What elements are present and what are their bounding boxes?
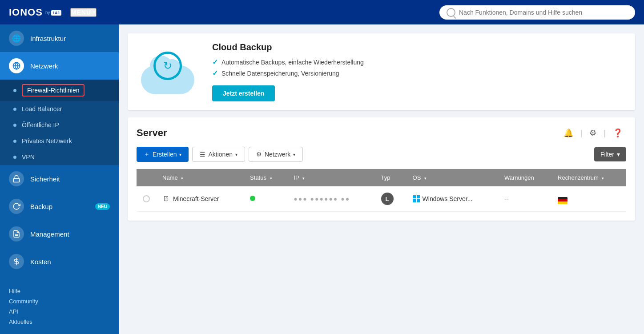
backup-badge: NEU xyxy=(95,203,110,210)
footer-link-community[interactable]: Community xyxy=(9,298,110,305)
sidebar-item-backup[interactable]: Backup NEU xyxy=(0,193,119,220)
backup-create-button[interactable]: Jetzt erstellen xyxy=(212,85,275,101)
help-button[interactable]: ❓ xyxy=(609,126,626,140)
network-submenu: Firewall-Richtlinien Load Balancer Öffen… xyxy=(0,80,119,165)
sort-icon: ▾ xyxy=(602,176,604,181)
dot-icon xyxy=(13,140,16,143)
type-badge: L xyxy=(381,193,394,205)
logo-by: by 1&1 xyxy=(45,10,61,15)
sidebar-item-oeffentlicheip[interactable]: Öffentliche IP xyxy=(0,117,119,133)
dropdown-arrow-icon: ▾ xyxy=(293,152,295,157)
sidebar-item-infrastruktur[interactable]: 🌐 Infrastruktur xyxy=(0,24,119,52)
server-name-cell: 🖥 Minecraft-Server xyxy=(162,195,237,203)
sidebar-item-loadbalancer[interactable]: Load Balancer xyxy=(0,101,119,117)
footer-link-aktuelles[interactable]: Aktuelles xyxy=(9,318,110,325)
dot-icon xyxy=(13,156,16,159)
sidebar-item-management[interactable]: Management xyxy=(0,220,119,248)
ip-address-masked: ●●● ●●●●●● ●● xyxy=(294,195,350,202)
table-cell-status xyxy=(244,186,287,212)
backup-feature-2: ✓ Schnelle Datenspeicherung, Versionieru… xyxy=(212,69,622,77)
table-col-select xyxy=(137,169,156,186)
firewall-label-box: Firewall-Richtlinien xyxy=(22,84,85,97)
toolbar: ＋ Erstellen ▾ ☰ Aktionen ▾ ⚙ Netzwerk ▾ … xyxy=(137,147,626,162)
netzwerk-button[interactable]: ⚙ Netzwerk ▾ xyxy=(249,147,303,162)
dropdown-arrow-icon: ▾ xyxy=(179,152,181,157)
server-section: Server 🔔 | ⚙ | ❓ ＋ Erstellen ▾ ☰ Aktion xyxy=(128,117,635,221)
sidebar-item-label: Infrastruktur xyxy=(30,35,66,42)
win-pane-3 xyxy=(413,199,416,202)
svg-rect-2 xyxy=(13,178,20,182)
filter-button[interactable]: Filter ▾ xyxy=(594,147,626,161)
sort-icon: ▾ xyxy=(270,176,272,181)
win-pane-1 xyxy=(413,195,416,198)
header-actions: 🔔 | ⚙ | ❓ xyxy=(560,126,626,140)
table-row: 🖥 Minecraft-Server ●●● ●●●●●● ●● xyxy=(137,186,626,212)
os-info: Windows Server... xyxy=(413,195,492,202)
table-cell-ip: ●●● ●●●●●● ●● xyxy=(287,186,374,212)
dot-icon xyxy=(13,108,16,111)
sidebar-item-label: Kosten xyxy=(30,258,51,266)
plus-icon: ＋ xyxy=(144,150,150,158)
windows-icon xyxy=(413,195,420,202)
dropdown-arrow-icon: ▾ xyxy=(235,152,237,157)
search-icon xyxy=(447,8,455,17)
server-header-row: Server 🔔 | ⚙ | ❓ xyxy=(137,126,626,140)
menu-button[interactable]: MENÜ ▾ xyxy=(70,8,97,17)
table-col-os: OS ▾ xyxy=(407,169,498,186)
sidebar-item-vpn[interactable]: VPN xyxy=(0,149,119,165)
table-col-status: Status ▾ xyxy=(244,169,287,186)
sort-icon: ▾ xyxy=(181,176,183,181)
flag-de-icon xyxy=(558,197,568,204)
top-navigation: IONOS by 1&1 MENÜ ▾ xyxy=(0,0,644,24)
filter-icon: ▾ xyxy=(617,151,620,158)
table-cell-type: L xyxy=(375,186,407,212)
main-layout: 🌐 Infrastruktur Netzwerk Firewall-Richtl… xyxy=(0,24,644,334)
sidebar-item-privatesnetzwerk[interactable]: Privates Netzwerk xyxy=(0,133,119,149)
separator: | xyxy=(604,129,606,138)
dot-icon xyxy=(13,124,16,127)
notification-button[interactable]: 🔔 xyxy=(560,126,577,140)
refresh-icon: ↻ xyxy=(163,60,172,72)
win-pane-2 xyxy=(417,195,420,198)
footer-link-hilfe[interactable]: Hilfe xyxy=(9,288,110,294)
table-col-rechenzentrum: Rechenzentrum ▾ xyxy=(551,169,626,186)
sidebar-item-firewall[interactable]: Firewall-Richtlinien xyxy=(0,80,119,101)
content-area: ↻ Cloud Backup ✓ Automatische Backups, e… xyxy=(119,24,644,334)
aktionen-button[interactable]: ☰ Aktionen ▾ xyxy=(192,147,245,162)
table-cell-datacenter xyxy=(551,186,626,212)
sidebar-item-netzwerk[interactable]: Netzwerk xyxy=(0,52,119,80)
sidebar-item-label: Management xyxy=(30,230,69,238)
server-icon: 🖥 xyxy=(162,195,169,203)
table-col-typ: Typ xyxy=(375,169,407,186)
settings-button[interactable]: ⚙ xyxy=(586,126,600,140)
infrastruktur-icon: 🌐 xyxy=(9,31,24,46)
table-col-ip: IP ▾ xyxy=(287,169,374,186)
table-col-warnungen: Warnungen xyxy=(498,169,551,186)
network-icon: ⚙ xyxy=(256,151,262,158)
logo-badge: 1&1 xyxy=(51,10,61,16)
sicherheit-icon xyxy=(9,171,24,186)
search-input[interactable] xyxy=(459,9,628,16)
backup-cloud-image: ↻ xyxy=(141,50,199,94)
checkmark-icon: ✓ xyxy=(212,58,218,66)
logo-text: IONOS xyxy=(9,7,43,18)
chevron-down-icon: ▾ xyxy=(93,10,96,15)
footer-link-api[interactable]: API xyxy=(9,308,110,315)
logo: IONOS by 1&1 xyxy=(9,7,61,18)
create-button[interactable]: ＋ Erstellen ▾ xyxy=(137,147,189,162)
sidebar-item-label: Netzwerk xyxy=(30,62,58,70)
sort-icon: ▾ xyxy=(424,176,427,181)
checkmark-icon: ✓ xyxy=(212,69,218,77)
backup-content: Cloud Backup ✓ Automatische Backups, ein… xyxy=(212,42,622,101)
sidebar-item-label: Sicherheit xyxy=(30,175,60,183)
separator: | xyxy=(580,129,583,138)
sidebar: 🌐 Infrastruktur Netzwerk Firewall-Richtl… xyxy=(0,24,119,334)
row-radio-button[interactable] xyxy=(143,195,150,202)
server-table: Name ▾ Status ▾ IP ▾ Typ xyxy=(137,169,626,212)
table-cell-warnings: -- xyxy=(498,186,551,212)
sidebar-item-kosten[interactable]: Kosten xyxy=(0,248,119,275)
sidebar-item-sicherheit[interactable]: Sicherheit xyxy=(0,165,119,193)
backup-icon xyxy=(9,199,24,214)
sort-icon: ▾ xyxy=(302,176,305,181)
table-cell-select[interactable] xyxy=(137,186,156,212)
